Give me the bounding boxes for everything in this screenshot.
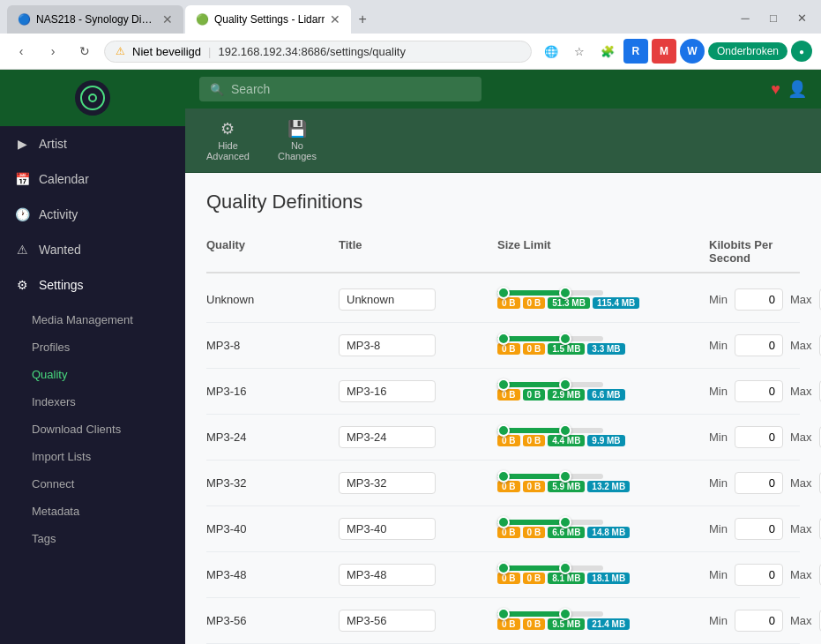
size-limit-2: 0 B0 B2.9 MB6.6 MB [497,382,709,401]
subnav-download-clients[interactable]: Download Clients [0,416,185,443]
title-input-2[interactable] [339,380,436,402]
slider-thumb-left-7[interactable] [497,608,510,620]
size-tag-5-0: 0 B [497,527,520,538]
kbps-cell-6: MinMax [709,564,821,586]
size-tag-2-0: 0 B [497,389,520,401]
quality-name-2: MP3-16 [206,385,339,398]
reload-button[interactable]: ↻ [72,39,97,64]
settings-subnav: Media Management Profiles Quality Indexe… [0,303,185,556]
close-button[interactable]: ✕ [789,5,814,30]
size-tag-4-3: 13.2 MB [587,481,630,492]
logo-inner [80,86,105,110]
r-icon[interactable]: R [623,39,648,64]
title-input-0[interactable] [339,288,436,311]
browser-tab-nas[interactable]: 🔵 NAS218 - Synology DiskStation ✕ [7,5,183,34]
size-tag-2-3: 6.6 MB [587,389,624,401]
title-input-5[interactable] [339,518,436,540]
security-warning-icon: ⚠ [116,45,125,57]
kbps-min-input-3[interactable] [735,426,783,448]
bookmark-icon[interactable]: ☆ [567,39,592,64]
slider-thumb-left-5[interactable] [497,516,510,528]
slider-thumb-right-4[interactable] [559,470,571,483]
kbps-min-input-2[interactable] [735,380,783,402]
size-tag-4-0: 0 B [497,481,520,492]
slider-thumb-left-6[interactable] [497,562,510,574]
sidebar-item-label-activity: Activity [39,207,78,221]
subnav-tags[interactable]: Tags [0,525,185,552]
kbps-cell-1: MinMax [709,334,821,356]
address-bar[interactable]: ⚠ Niet beveiligd | 192.168.192.34:8686/s… [104,41,532,63]
new-tab-button[interactable]: + [353,5,371,34]
col-title: Title [339,238,497,265]
lidarr-tab-close[interactable]: ✕ [330,12,340,26]
sidebar-item-calendar[interactable]: 📅 Calendar [0,161,185,197]
kbps-min-label-4: Min [709,476,728,490]
slider-thumb-right-0[interactable] [559,287,571,299]
size-tag-4-1: 0 B [523,481,546,492]
notification-icon[interactable]: ● [791,41,812,62]
slider-thumb-left-2[interactable] [497,378,510,391]
slider-thumb-left-3[interactable] [497,424,510,437]
no-changes-button[interactable]: 💾 NoChanges [271,116,324,165]
subnav-quality[interactable]: Quality [0,361,185,388]
page-title: Quality Definitions [206,191,800,213]
title-input-6[interactable] [339,564,436,586]
top-bar: 🔍 ♥ 👤 [185,70,821,109]
subnav-connect[interactable]: Connect [0,470,185,498]
back-button[interactable]: ‹ [9,39,34,64]
sidebar-item-artist[interactable]: ▶ Artist [0,126,185,161]
title-input-7[interactable] [339,610,436,632]
profile-button[interactable]: W [680,39,705,64]
kbps-min-input-7[interactable] [735,610,783,632]
kbps-min-input-4[interactable] [735,472,783,494]
kbps-min-input-6[interactable] [735,564,783,586]
subnav-import-lists[interactable]: Import Lists [0,443,185,470]
kbps-max-label-1: Max [790,339,812,352]
slider-thumb-right-6[interactable] [559,562,571,574]
slider-thumb-left-4[interactable] [497,470,510,483]
maximize-button[interactable]: □ [761,5,786,30]
sidebar-item-activity[interactable]: 🕐 Activity [0,197,185,232]
nas-tab-close[interactable]: ✕ [162,12,173,26]
slider-thumb-right-1[interactable] [559,333,571,345]
quality-name-1: MP3-8 [206,339,339,352]
kbps-min-label-3: Min [709,431,728,444]
minimize-button[interactable]: ─ [733,5,758,30]
status-badge[interactable]: Onderbroken [708,42,787,60]
user-icon[interactable]: 👤 [787,79,807,99]
sidebar-item-settings[interactable]: ⚙ Settings [0,267,185,303]
kbps-min-input-0[interactable] [735,288,783,311]
kbps-min-input-5[interactable] [735,518,783,540]
search-bar[interactable]: 🔍 [199,77,481,101]
extensions-icon[interactable]: 🧩 [595,39,620,64]
sidebar-logo [0,70,185,126]
slider-thumb-right-7[interactable] [559,608,571,620]
title-input-4[interactable] [339,472,436,494]
kbps-min-label-2: Min [709,385,728,398]
heart-icon[interactable]: ♥ [771,80,780,99]
size-tag-5-2: 6.6 MB [548,527,585,538]
kbps-min-input-1[interactable] [735,334,783,356]
subnav-media-management[interactable]: Media Management [0,306,185,333]
subnav-metadata[interactable]: Metadata [0,498,185,525]
forward-button[interactable]: › [41,39,65,64]
slider-thumb-right-5[interactable] [559,516,571,528]
slider-thumb-left-1[interactable] [497,333,510,345]
slider-thumb-left-0[interactable] [497,287,510,299]
hide-advanced-button[interactable]: ⚙ HideAdvanced [199,116,257,165]
browser-tab-lidarr[interactable]: 🟢 Quality Settings - Lidarr ✕ [185,5,351,34]
kbps-cell-0: MinMax [709,288,821,311]
subnav-indexers[interactable]: Indexers [0,388,185,416]
browser-chrome: 🔵 NAS218 - Synology DiskStation ✕ 🟢 Qual… [0,0,821,34]
search-input[interactable] [231,82,471,96]
title-input-1[interactable] [339,334,436,356]
quality-name-3: MP3-24 [206,431,339,444]
slider-thumb-right-3[interactable] [559,424,571,437]
sidebar-item-wanted[interactable]: ⚠ Wanted [0,232,185,267]
subnav-profiles[interactable]: Profiles [0,333,185,361]
size-tag-3-3: 9.9 MB [587,435,624,446]
m-icon[interactable]: M [652,39,676,64]
translate-icon[interactable]: 🌐 [539,39,564,64]
slider-thumb-right-2[interactable] [559,378,571,391]
title-input-3[interactable] [339,426,436,448]
